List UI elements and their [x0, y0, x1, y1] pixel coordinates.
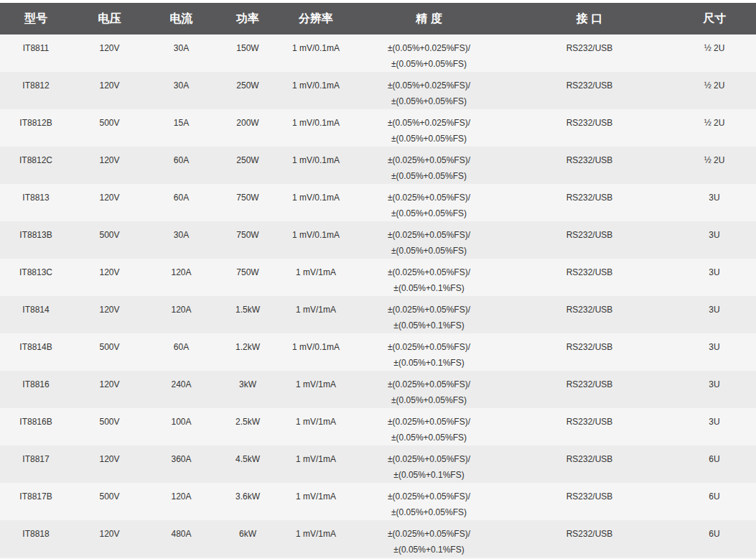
- cell-size: 3U: [673, 371, 756, 408]
- table-row: IT8812 120V 30A 250W 1 mV/0.1mA ±(0.05%+…: [0, 72, 756, 109]
- cell-resolution: 1 mV/0.1mA: [280, 34, 352, 72]
- cell-interface: RS232/USB: [506, 408, 673, 445]
- cell-model: IT8813: [0, 184, 72, 221]
- cell-size: 3U: [673, 221, 756, 259]
- cell-size: 3U: [673, 296, 756, 333]
- cell-current: 60A: [147, 147, 215, 184]
- cell-size: 3U: [673, 259, 756, 296]
- cell-interface: RS232/USB: [506, 109, 673, 147]
- cell-interface: RS232/USB: [506, 184, 673, 221]
- cell-accuracy: ±(0.025%+0.05%FS)/ ±(0.05%+0.1%FS): [352, 259, 506, 296]
- cell-power: 750W: [215, 259, 280, 296]
- cell-model: IT8814B: [0, 333, 72, 371]
- cell-model: IT8813C: [0, 259, 72, 296]
- cell-accuracy: ±(0.025%+0.05%FS)/ ±(0.05%+0.1%FS): [352, 520, 506, 558]
- cell-resolution: 1 mV/0.1mA: [280, 72, 352, 109]
- cell-interface: RS232/USB: [506, 34, 673, 72]
- cell-voltage: 120V: [72, 445, 147, 483]
- accuracy-line-1: ±(0.025%+0.05%FS)/: [353, 190, 505, 205]
- cell-current: 240A: [147, 371, 215, 408]
- table-row: IT8818 120V 480A 6kW 1 mV/1mA ±(0.025%+0…: [0, 520, 756, 558]
- spec-sheet-page: 型号 电压 电流 功率 分辨率 精 度 接 口 尺寸 IT8811 120V 3…: [0, 0, 756, 559]
- table-row: IT8816B 500V 100A 2.5kW 1 mV/1mA ±(0.025…: [0, 408, 756, 445]
- table-row: IT8813C 120V 120A 750W 1 mV/1mA ±(0.025%…: [0, 259, 756, 296]
- accuracy-line-2: ±(0.05%+0.1%FS): [353, 355, 505, 371]
- cell-current: 480A: [147, 520, 215, 558]
- cell-resolution: 1 mV/1mA: [280, 483, 352, 520]
- table-row: IT8813B 500V 30A 750W 1 mV/0.1mA ±(0.025…: [0, 221, 756, 259]
- cell-model: IT8818: [0, 520, 72, 558]
- cell-model: IT8812B: [0, 109, 72, 147]
- cell-power: 6kW: [215, 520, 280, 558]
- cell-voltage: 120V: [72, 371, 147, 408]
- cell-resolution: 1 mV/0.1mA: [280, 109, 352, 147]
- table-body: IT8811 120V 30A 150W 1 mV/0.1mA ±(0.05%+…: [0, 34, 756, 559]
- cell-power: 3kW: [215, 371, 280, 408]
- accuracy-line-2: ±(0.05%+0.05%FS): [353, 56, 505, 72]
- cell-power: 150W: [215, 34, 280, 72]
- cell-accuracy: ±(0.05%+0.025%FS)/ ±(0.05%+0.05%FS): [352, 72, 506, 109]
- cell-resolution: 1 mV/0.1mA: [280, 221, 352, 259]
- cell-accuracy: ±(0.025%+0.05%FS)/ ±(0.05%+0.1%FS): [352, 445, 506, 483]
- table-row: IT8813 120V 60A 750W 1 mV/0.1mA ±(0.025%…: [0, 184, 756, 221]
- accuracy-line-2: ±(0.05%+0.05%FS): [353, 430, 505, 445]
- cell-resolution: 1 mV/1mA: [280, 371, 352, 408]
- product-spec-table: 型号 电压 电流 功率 分辨率 精 度 接 口 尺寸 IT8811 120V 3…: [0, 3, 756, 559]
- cell-resolution: 1 mV/1mA: [280, 408, 352, 445]
- accuracy-line-2: ±(0.05%+0.05%FS): [353, 131, 505, 147]
- accuracy-line-1: ±(0.025%+0.05%FS)/: [353, 227, 505, 243]
- accuracy-line-2: ±(0.05%+0.05%FS): [353, 168, 505, 184]
- accuracy-line-2: ±(0.05%+0.05%FS): [353, 243, 505, 259]
- cell-voltage: 120V: [72, 520, 147, 558]
- cell-interface: RS232/USB: [506, 371, 673, 408]
- cell-voltage: 120V: [72, 34, 147, 72]
- cell-size: 6U: [673, 520, 756, 558]
- cell-power: 1.5kW: [215, 296, 280, 333]
- column-header-resolution: 分辨率: [280, 3, 352, 34]
- accuracy-line-1: ±(0.025%+0.05%FS)/: [353, 414, 505, 430]
- cell-current: 60A: [147, 333, 215, 371]
- accuracy-line-2: ±(0.05%+0.1%FS): [353, 467, 505, 483]
- cell-voltage: 120V: [72, 147, 147, 184]
- cell-voltage: 120V: [72, 296, 147, 333]
- column-header-voltage: 电压: [72, 3, 147, 34]
- cell-power: 1.2kW: [215, 333, 280, 371]
- cell-accuracy: ±(0.025%+0.05%FS)/ ±(0.05%+0.05%FS): [352, 147, 506, 184]
- accuracy-line-2: ±(0.05%+0.05%FS): [353, 392, 505, 408]
- cell-size: 6U: [673, 445, 756, 483]
- accuracy-line-1: ±(0.05%+0.025%FS)/: [353, 115, 505, 131]
- cell-model: IT8816B: [0, 408, 72, 445]
- cell-model: IT8817B: [0, 483, 72, 520]
- cell-model: IT8817: [0, 445, 72, 483]
- cell-power: 4.5kW: [215, 445, 280, 483]
- column-header-model: 型号: [0, 3, 72, 34]
- cell-current: 30A: [147, 34, 215, 72]
- cell-model: IT8812C: [0, 147, 72, 184]
- cell-resolution: 1 mV/0.1mA: [280, 147, 352, 184]
- cell-resolution: 1 mV/1mA: [280, 259, 352, 296]
- cell-voltage: 120V: [72, 72, 147, 109]
- cell-accuracy: ±(0.05%+0.025%FS)/ ±(0.05%+0.05%FS): [352, 34, 506, 72]
- cell-current: 360A: [147, 445, 215, 483]
- accuracy-line-1: ±(0.025%+0.05%FS)/: [353, 302, 505, 318]
- header-row: 型号 电压 电流 功率 分辨率 精 度 接 口 尺寸: [0, 3, 756, 34]
- cell-model: IT8812: [0, 72, 72, 109]
- cell-resolution: 1 mV/1mA: [280, 520, 352, 558]
- column-header-current: 电流: [147, 3, 215, 34]
- cell-resolution: 1 mV/1mA: [280, 296, 352, 333]
- cell-size: ½ 2U: [673, 34, 756, 72]
- cell-accuracy: ±(0.025%+0.05%FS)/ ±(0.05%+0.05%FS): [352, 408, 506, 445]
- accuracy-line-2: ±(0.05%+0.05%FS): [353, 205, 505, 221]
- cell-resolution: 1 mV/0.1mA: [280, 333, 352, 371]
- accuracy-line-1: ±(0.025%+0.05%FS)/: [353, 489, 505, 504]
- column-header-size: 尺寸: [673, 3, 756, 34]
- cell-power: 200W: [215, 109, 280, 147]
- table-row: IT8812B 500V 15A 200W 1 mV/0.1mA ±(0.05%…: [0, 109, 756, 147]
- cell-voltage: 120V: [72, 259, 147, 296]
- cell-accuracy: ±(0.025%+0.05%FS)/ ±(0.05%+0.05%FS): [352, 221, 506, 259]
- accuracy-line-1: ±(0.05%+0.025%FS)/: [353, 78, 505, 93]
- cell-interface: RS232/USB: [506, 333, 673, 371]
- accuracy-line-1: ±(0.025%+0.05%FS)/: [353, 526, 505, 542]
- column-header-accuracy: 精 度: [352, 3, 506, 34]
- column-header-power: 功率: [215, 3, 280, 34]
